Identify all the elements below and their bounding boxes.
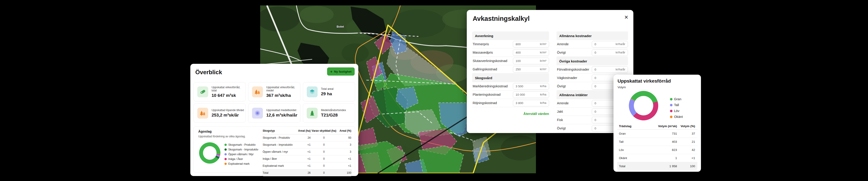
table-cell: 0 [311, 136, 337, 139]
field-label: Övrigt [557, 51, 566, 54]
reset-values-link[interactable]: Återställ värden [472, 112, 549, 116]
field-group-header: Allmänna kostnader [557, 31, 628, 40]
legend-label: Okänt [674, 115, 683, 119]
table-row: Skogsmark - Produktiv24093 [262, 134, 352, 142]
field-group-header: Övriga kostnader [557, 57, 628, 65]
table-cell: Volym (%) [677, 124, 698, 128]
table-cell: 1 [648, 156, 677, 160]
stat-card: Uppskattad medelbonitet12,6 m³sk/ha/år [248, 103, 301, 123]
donut-hole [203, 146, 217, 160]
field-input[interactable]: 400kr/m³ [513, 49, 549, 56]
table-cell: Tall [617, 140, 648, 144]
table-cell: Löv [617, 148, 648, 152]
legend-dot [670, 116, 673, 118]
field-input[interactable]: 800kr/m³ [513, 41, 549, 48]
legend-item: Inäga / Åker [224, 157, 258, 161]
table-cell: 3 [337, 150, 352, 153]
table-cell: Areal (%) [337, 129, 352, 132]
table-cell: 403 [648, 140, 677, 144]
table-cell: <1 [297, 157, 311, 160]
field-label: Timmerpris [472, 42, 489, 46]
table-cell: Gran [617, 132, 648, 135]
field-value: 0 [594, 127, 596, 130]
overview-panel: Överblick + Ny fastighet Uppskattat virk… [190, 64, 358, 176]
table-cell: 100 [337, 171, 352, 175]
field-input[interactable]: 3 500kr/ha [513, 83, 549, 90]
stat-value: 29 ha [321, 91, 333, 96]
table-cell: Areal (ha) [297, 129, 311, 132]
field-input[interactable]: 0kr/ha/år [592, 66, 628, 73]
legend-item: Öppen våtmark / Myr [224, 153, 258, 156]
radial-icon [252, 108, 263, 119]
table-row: Gran73137 [617, 130, 698, 138]
table-cell: 42 [677, 148, 698, 152]
stat-text: Uppskattad löpande tillväxt253,2 m³sk/år [212, 109, 244, 118]
table-cell: Inäga / åker [262, 157, 297, 160]
calc-title: Avkastningskalkyl [473, 15, 530, 22]
legend-label: Löv [674, 109, 679, 113]
legend-item: Tall [670, 103, 683, 107]
field-label: Övrigt [557, 126, 566, 130]
donut-hole [634, 96, 653, 115]
table-row: Tall40321 [617, 138, 698, 146]
legend-dot [224, 148, 227, 151]
field-value: 250 [516, 68, 521, 71]
field-input[interactable]: 250kr/m³ [513, 66, 549, 72]
field-label: Fisk [557, 118, 563, 122]
legend-label: Tall [674, 103, 679, 107]
field-value: 100 [516, 59, 521, 63]
map-place-label: Bolet [337, 25, 344, 28]
table-cell: 0 [311, 150, 337, 153]
plus-icon: + [330, 70, 333, 73]
legend-dot [224, 144, 227, 146]
spruce-icon [307, 108, 318, 119]
log-icon [197, 86, 208, 97]
table-cell: Total [262, 171, 297, 175]
field-value: 800 [516, 42, 521, 46]
agoslag-title: Ägoslag [198, 129, 212, 133]
field-input[interactable]: 100kr/m³ [513, 58, 549, 64]
field-label: Markberedningskostnad [472, 84, 508, 88]
stat-label: Uppskattat virkesförråd, total [212, 86, 246, 92]
table-cell: <1 [297, 164, 311, 168]
legend-label: Exploaterad mark [228, 162, 250, 165]
table-row: Inäga / åker<10<1 [262, 155, 352, 162]
table-row: Okänt1<1 [617, 154, 698, 162]
legend-item: Löv [670, 109, 683, 113]
field-unit: kr/m³ [540, 51, 546, 54]
field-label: Massavedpris [472, 51, 493, 54]
field-input[interactable]: 3 800kr/ha [513, 100, 549, 106]
field-input[interactable]: 0kr/ha/år [592, 41, 628, 48]
field-value: 3 500 [516, 85, 523, 88]
table-cell: 1 958 [648, 164, 677, 168]
stat-text: Total areal29 ha [321, 87, 333, 96]
field-input[interactable]: 10 000kr/ha [513, 91, 549, 98]
field-input[interactable]: 0kr/ha/år [592, 49, 628, 56]
field-label: Röjningskostnad [472, 101, 497, 105]
volume-subtitle: Volym [618, 86, 626, 89]
legend-item: Skogsmark - Produktiv [224, 143, 258, 146]
yield-calculator-panel: Avkastningskalkyl ✕ AvverkningTimmerpris… [467, 10, 633, 133]
area-icon [307, 86, 318, 97]
field-row: Massavedpris400kr/m³ [472, 49, 549, 57]
table-row: Exploaterad mark<10<1 [262, 162, 352, 170]
stat-label: Uppskattat virkesförråd, medel [266, 86, 300, 92]
field-value: 10 000 [516, 93, 525, 96]
table-cell: Skogstyp [262, 129, 297, 132]
new-property-button[interactable]: + Ny fastighet [327, 67, 355, 76]
table-header-row: SkogstypAreal (ha)Varav skyddad (ha)Area… [262, 127, 352, 134]
stat-card: Uppskattat virkesförråd, medel367 m³sk/h… [248, 82, 301, 101]
table-cell: Okänt [617, 156, 648, 160]
field-row: Slutavverkningskostnad100kr/m³ [472, 57, 549, 65]
legend-item: Skogsmark - Improduktiv [224, 148, 258, 151]
close-icon[interactable]: ✕ [624, 15, 628, 20]
field-group-header: Avverkning [472, 31, 549, 40]
field-unit: kr/ha [540, 85, 546, 88]
legend-dot [670, 104, 673, 106]
table-cell: 0 [311, 164, 337, 168]
new-property-button-label: Ny fastighet [334, 70, 351, 73]
field-label: Arrende [557, 101, 569, 105]
stat-value: 253,2 m³sk/år [212, 113, 244, 118]
table-row: Skogsmark - Improduktiv<103 [262, 142, 352, 148]
legend-dot [224, 163, 227, 165]
